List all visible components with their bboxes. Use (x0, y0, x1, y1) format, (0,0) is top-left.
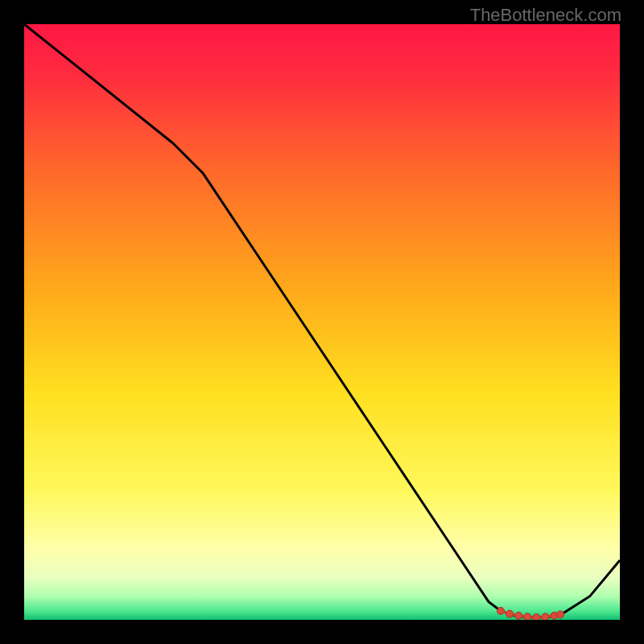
bottleneck-curve (24, 24, 620, 617)
optimal-marker (533, 614, 540, 620)
optimal-marker (515, 612, 522, 619)
curve-layer (24, 24, 620, 620)
chart-container: TheBottleneck.com (0, 0, 644, 644)
optimal-marker (506, 610, 514, 617)
watermark-text: TheBottleneck.com (470, 5, 621, 26)
plot-frame (24, 24, 620, 620)
optimal-marker (497, 607, 505, 614)
optimal-marker (524, 613, 531, 620)
optimal-marker (557, 611, 564, 618)
optimal-marker (542, 613, 549, 620)
